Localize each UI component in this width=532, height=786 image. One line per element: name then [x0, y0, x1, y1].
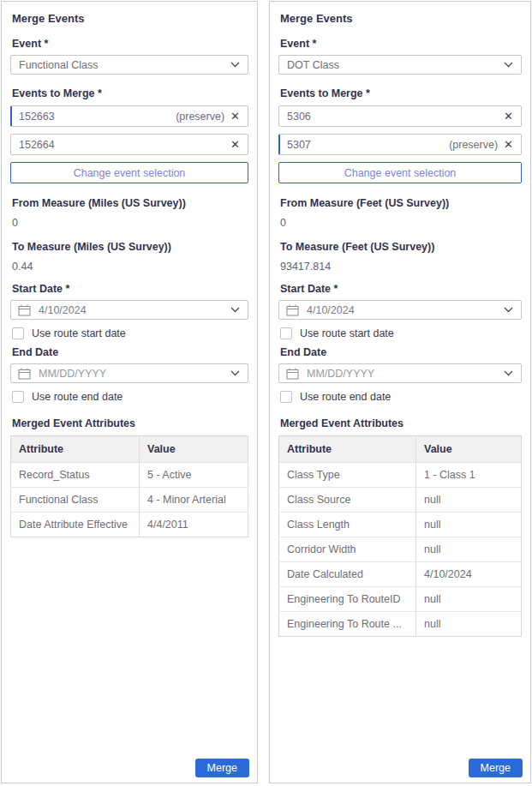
event-id: 5307: [287, 139, 449, 151]
start-date-field[interactable]: 4/10/2024: [278, 300, 522, 320]
use-route-start-date-checkbox[interactable]: Use route start date: [280, 327, 522, 339]
checkbox-icon[interactable]: [280, 391, 292, 403]
event-id: 152664: [19, 139, 230, 151]
merged-event-attributes-table: Attribute Value Record_Status 5 - Active…: [10, 435, 248, 537]
value-cell: null: [416, 513, 522, 537]
preserve-tag: (preserve): [449, 139, 498, 151]
event-id: 5306: [287, 111, 504, 123]
to-measure-value: 0.44: [12, 261, 248, 273]
checkbox-icon[interactable]: [12, 327, 24, 339]
end-date-placeholder: MM/DD/YYYY: [39, 368, 230, 380]
merge-events-workspace: Merge Events Event * Functional Class Ev…: [0, 0, 532, 784]
event-to-merge-input[interactable]: 5307 (preserve) ✕: [278, 134, 522, 155]
use-route-end-date-label: Use route end date: [300, 391, 391, 403]
end-date-field[interactable]: MM/DD/YYYY: [278, 363, 522, 383]
chevron-down-icon: [230, 62, 240, 68]
attribute-cell: Date Attribute Effective: [11, 513, 140, 537]
change-event-selection-button[interactable]: Change event selection: [278, 162, 522, 183]
event-select-value: DOT Class: [287, 59, 339, 71]
to-measure-value: 93417.814: [280, 261, 522, 273]
value-cell: null: [416, 587, 522, 612]
value-cell: null: [416, 488, 522, 513]
table-row: Functional Class 4 - Minor Arterial: [11, 488, 248, 513]
table-row: Corridor Width null: [279, 537, 522, 562]
value-cell: 5 - Active: [140, 463, 248, 488]
attribute-cell: Record_Status: [11, 463, 140, 488]
merge-events-panel-right: Merge Events Event * DOT Class Events to…: [269, 1, 531, 783]
to-measure-label: To Measure (Feet (US Survey)): [280, 241, 522, 253]
attribute-cell: Date Calculated: [279, 562, 416, 587]
event-label: Event *: [12, 38, 248, 50]
use-route-end-date-checkbox[interactable]: Use route end date: [280, 391, 522, 403]
event-label: Event *: [280, 38, 522, 50]
use-route-start-date-label: Use route start date: [300, 327, 394, 339]
value-cell: 4 - Minor Arterial: [140, 488, 248, 513]
start-date-value: 4/10/2024: [307, 304, 504, 316]
attribute-cell: Class Type: [279, 463, 416, 488]
value-cell: 4/10/2024: [416, 562, 522, 587]
table-row: Date Calculated 4/10/2024: [279, 562, 522, 587]
start-date-label: Start Date *: [280, 283, 522, 295]
events-to-merge-label: Events to Merge *: [12, 87, 248, 99]
from-measure-value: 0: [280, 217, 522, 229]
table-row: Class Length null: [279, 513, 522, 537]
change-event-selection-button[interactable]: Change event selection: [10, 162, 248, 183]
value-cell: 1 - Class 1: [416, 463, 522, 488]
close-icon[interactable]: ✕: [504, 139, 513, 150]
use-route-end-date-checkbox[interactable]: Use route end date: [12, 391, 248, 403]
table-header-row: Attribute Value: [279, 436, 522, 463]
value-cell: null: [416, 612, 522, 637]
start-date-field[interactable]: 4/10/2024: [10, 300, 248, 320]
use-route-start-date-label: Use route start date: [32, 327, 126, 339]
attribute-cell: Class Length: [279, 513, 416, 537]
chevron-down-icon: [230, 307, 240, 313]
merge-button[interactable]: Merge: [469, 759, 523, 777]
event-select[interactable]: Functional Class: [10, 55, 248, 75]
event-to-merge-input[interactable]: 152663 (preserve) ✕: [10, 105, 248, 127]
end-date-label: End Date: [12, 346, 248, 358]
use-route-end-date-label: Use route end date: [32, 391, 123, 403]
from-measure-value: 0: [12, 217, 248, 229]
attribute-cell: Class Source: [279, 488, 416, 513]
to-measure-label: To Measure (Miles (US Survey)): [12, 241, 248, 253]
event-to-merge-input[interactable]: 152664 ✕: [10, 134, 248, 155]
close-icon[interactable]: ✕: [230, 139, 240, 150]
calendar-icon: [286, 368, 299, 380]
value-cell: 4/4/2011: [140, 513, 248, 537]
event-to-merge-input[interactable]: 5306 ✕: [278, 105, 522, 127]
table-row: Class Source null: [279, 488, 522, 513]
chevron-down-icon: [504, 62, 513, 68]
merged-event-attributes-title: Merged Event Attributes: [12, 417, 248, 429]
from-measure-label: From Measure (Feet (US Survey)): [280, 197, 522, 209]
value-column-header: Value: [416, 436, 522, 463]
close-icon[interactable]: ✕: [230, 111, 240, 122]
events-to-merge-label: Events to Merge *: [280, 87, 522, 99]
calendar-icon: [18, 368, 31, 380]
merged-event-attributes-table: Attribute Value Class Type 1 - Class 1 C…: [278, 435, 522, 637]
preserve-tag: (preserve): [176, 111, 224, 123]
table-row: Record_Status 5 - Active: [11, 463, 248, 488]
from-measure-label: From Measure (Miles (US Survey)): [12, 197, 248, 209]
attribute-column-header: Attribute: [11, 436, 140, 463]
value-cell: null: [416, 537, 522, 562]
checkbox-icon[interactable]: [280, 327, 292, 339]
table-header-row: Attribute Value: [11, 436, 248, 463]
event-select[interactable]: DOT Class: [278, 55, 522, 75]
chevron-down-icon: [504, 307, 513, 313]
value-column-header: Value: [140, 436, 248, 463]
table-row: Date Attribute Effective 4/4/2011: [11, 513, 248, 537]
end-date-label: End Date: [280, 346, 522, 358]
checkbox-icon[interactable]: [12, 391, 24, 403]
table-row: Engineering To RouteID null: [279, 587, 522, 612]
chevron-down-icon: [230, 370, 240, 376]
attribute-cell: Engineering To Route ...: [279, 612, 416, 637]
end-date-placeholder: MM/DD/YYYY: [307, 368, 504, 380]
start-date-label: Start Date *: [12, 283, 248, 295]
event-id: 152663: [19, 111, 176, 123]
close-icon[interactable]: ✕: [504, 111, 513, 122]
event-select-value: Functional Class: [19, 59, 98, 71]
end-date-field[interactable]: MM/DD/YYYY: [10, 363, 248, 383]
use-route-start-date-checkbox[interactable]: Use route start date: [12, 327, 248, 339]
table-row: Class Type 1 - Class 1: [279, 463, 522, 488]
merge-button[interactable]: Merge: [195, 759, 249, 777]
